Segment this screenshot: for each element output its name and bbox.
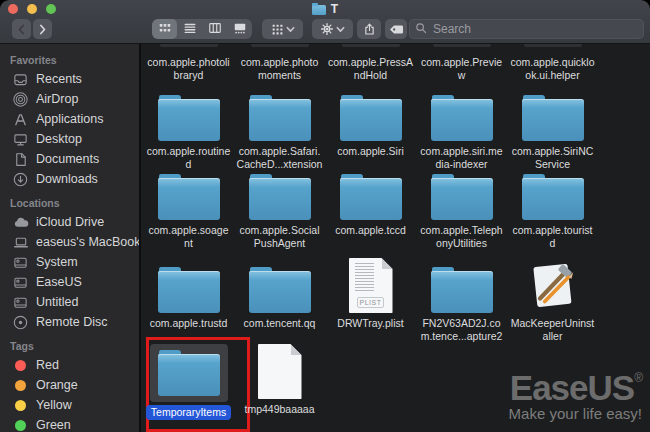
column-view-button[interactable] [202,19,227,39]
sidebar-item-icloud-drive[interactable]: iCloud Drive [0,212,139,232]
file-icon [526,258,580,313]
folder-icon [431,95,493,141]
file-item-com-apple-sirinc[interactable]: com.apple.SiriNC Service [507,95,598,171]
sidebar-item-label: Untitled [36,295,78,309]
file-label: com.tencent.qq [244,317,316,330]
folder-icon [522,174,584,220]
file-item-com-apple-soage[interactable]: com.apple.soage nt [143,174,234,250]
action-menu-button[interactable] [312,19,353,39]
selection-highlight [150,344,228,402]
list-view-icon [183,21,197,38]
file-label: com.apple.Previe w [421,56,502,82]
sidebar-item-applications[interactable]: Applications [0,109,139,129]
file-item-com-apple-social[interactable]: com.apple.Social PushAgent [234,174,325,250]
sidebar-item-label: EaseUS [36,275,82,289]
sidebar-item-label: Red [36,358,59,372]
file-label: DRWTray.plist [337,317,403,330]
icon-view-button[interactable] [152,19,177,39]
sidebar-item-system[interactable]: System [0,252,139,272]
sidebar-item-yellow[interactable]: Yellow [0,395,139,415]
file-icon [158,258,220,313]
folder-icon [522,95,584,141]
sidebar-item-label: Documents [36,152,99,166]
drive-icon [12,274,29,291]
sidebar-item-easeus[interactable]: EaseUS [0,272,139,292]
file-label: com.apple.trustd [150,317,228,330]
toolbar [0,18,650,44]
folder-icon-clipped [160,44,218,47]
sidebar-item-remote-disc[interactable]: Remote Disc [0,312,139,332]
file-icon [431,174,493,220]
folder-icon [249,267,311,313]
sidebar-item-label: Downloads [36,172,98,186]
sidebar-item-desktop[interactable]: Desktop [0,129,139,149]
file-item-tmp449baaaaa[interactable]: tmp449baaaaa [234,344,325,420]
group-by-button[interactable] [262,19,303,39]
forward-button[interactable] [33,19,52,39]
file-item-com-apple-tourist[interactable]: com.apple.tourist d [507,174,598,250]
group-icon [271,23,284,36]
drive-icon [12,254,29,271]
grid-view-icon [158,21,172,38]
file-item-com-apple-quicklo[interactable]: com.apple.quicklo ok.ui.helper [507,44,598,82]
recents-icon [12,71,29,88]
tag-button[interactable] [385,19,407,39]
sidebar-item-downloads[interactable]: Downloads [0,169,139,189]
grid-row-1: com.apple.routine d com.apple.Safari. Ca… [143,95,650,171]
file-item-com-apple-routine[interactable]: com.apple.routine d [143,95,234,171]
file-item-com-tencent-qq[interactable]: com.tencent.qq [234,258,325,343]
file-item-com-apple-photo[interactable]: com.apple.photo moments [234,44,325,82]
sidebar: Favorites Recents AirDrop Applications D… [0,44,141,432]
sidebar-item-recents[interactable]: Recents [0,69,139,89]
back-button[interactable] [12,19,31,39]
file-item-mackeeperuninst[interactable]: MacKeeperUninst aller [507,258,598,343]
sidebar-item-label: Desktop [36,132,82,146]
sidebar-item-airdrop[interactable]: AirDrop [0,89,139,109]
icloud-icon [12,214,29,231]
file-label: com.apple.Social PushAgent [240,224,320,250]
sidebar-section-tags: Tags Red Orange Yellow Green [0,340,139,432]
file-item-com-apple-teleph[interactable]: com.apple.Teleph onyUtilities [416,174,507,250]
file-item-com-apple-previe[interactable]: com.apple.Previe w [416,44,507,82]
folder-icon [158,174,220,220]
tag-icon [389,24,404,35]
file-icon [431,95,493,141]
gallery-view-button[interactable] [227,19,252,39]
file-item-com-apple-photoli[interactable]: com.apple.photoli braryd [143,44,234,82]
share-button[interactable] [357,19,381,39]
window-title: T [331,2,338,16]
sidebar-item-label: Recents [36,72,82,86]
folder-icon [158,350,220,396]
chevron-right-icon [36,23,49,36]
file-item-drwtray-plist[interactable]: PLIST DRWTray.plist [325,258,416,343]
sidebar-item-green[interactable]: Green [0,415,139,432]
sidebar-item-orange[interactable]: Orange [0,375,139,395]
sidebar-item-easeus-s-macbook-p[interactable]: easeus's MacBook P... [0,232,139,252]
file-item-fn2v63ad2j-co[interactable]: FN2V63AD2J.co m.tence...apture2 [416,258,507,343]
grid-row-3: com.apple.trustd com.tencent.qq PLIST DR… [143,258,650,343]
sidebar-item-documents[interactable]: Documents [0,149,139,169]
column-view-icon [208,21,222,38]
folder-icon-clipped [251,44,309,47]
file-item-com-apple-siri-me[interactable]: com.apple.siri.me dia-indexer [416,95,507,171]
sidebar-item-red[interactable]: Red [0,355,139,375]
grid-row-4: TemporaryItems tmp449baaaaa [143,344,650,420]
file-item-com-apple-pressa[interactable]: com.apple.PressA ndHold [325,44,416,82]
folder-icon [431,267,493,313]
file-item-com-apple-tccd[interactable]: com.apple.tccd [325,174,416,250]
file-item-com-apple-trustd[interactable]: com.apple.trustd [143,258,234,343]
file-item-com-apple-safari[interactable]: com.apple.Safari. CacheD...xtension [234,95,325,171]
file-label: com.apple.Teleph onyUtilities [420,224,502,250]
list-view-button[interactable] [177,19,202,39]
sidebar-item-label: Applications [36,112,103,126]
search-input[interactable] [431,21,638,37]
sidebar-section-locations: Locations iCloud Drive easeus's MacBook … [0,197,139,332]
file-label: com.apple.Safari. CacheD...xtension [237,145,323,171]
file-item-temporaryitems[interactable]: TemporaryItems [143,344,234,420]
titlebar[interactable]: T [0,0,650,18]
sidebar-item-untitled[interactable]: Untitled [0,292,139,312]
file-icon [431,258,493,313]
file-item-com-apple-siri[interactable]: com.apple.Siri [325,95,416,171]
sidebar-item-label: AirDrop [36,92,78,106]
drive-icon [12,294,29,311]
